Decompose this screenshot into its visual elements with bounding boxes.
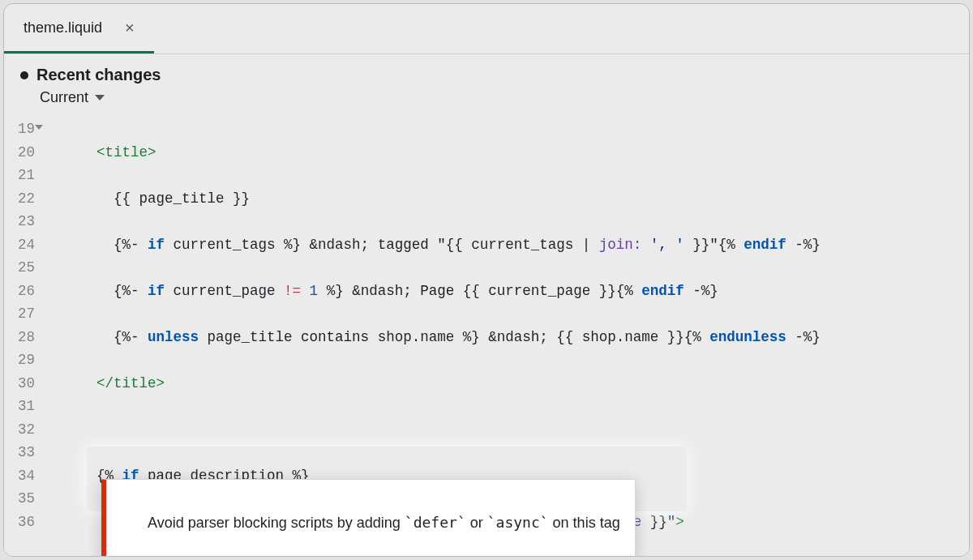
code-line[interactable]: <title> xyxy=(62,141,969,165)
close-icon[interactable]: × xyxy=(125,19,135,37)
version-selector[interactable]: Current xyxy=(20,84,953,109)
code-line[interactable]: {{ page_title }} xyxy=(62,187,969,211)
code-area[interactable]: <title> {{ page_title }} {%- if current_… xyxy=(41,118,969,556)
tooltip-code: `async` xyxy=(487,514,549,531)
recent-changes-text: Recent changes xyxy=(36,66,161,84)
line-number: 25 xyxy=(4,256,35,280)
lint-tooltip: Avoid parser blocking scripts by adding … xyxy=(101,479,636,556)
version-label: Current xyxy=(40,89,88,106)
line-number: 20 xyxy=(4,141,35,165)
line-number: 35 xyxy=(4,487,35,511)
code-line[interactable]: </title> xyxy=(62,372,969,395)
tab-theme-liquid[interactable]: theme.liquid × xyxy=(4,4,154,53)
code-line[interactable]: {%- unless page_title contains shop.name… xyxy=(62,326,969,349)
chevron-down-icon xyxy=(95,95,105,100)
line-number: 36 xyxy=(4,511,35,534)
line-number: 21 xyxy=(4,164,35,187)
tab-bar: theme.liquid × xyxy=(4,4,969,54)
tooltip-code: `defer` xyxy=(405,514,466,531)
line-number: 27 xyxy=(4,302,35,326)
editor-frame: theme.liquid × Recent changes Current 19… xyxy=(3,3,970,557)
line-number: 24 xyxy=(4,233,35,257)
tooltip-text: Avoid parser blocking scripts by adding xyxy=(148,515,405,531)
tooltip-text: on this tag xyxy=(549,515,620,531)
line-number: 34 xyxy=(4,464,35,488)
code-editor[interactable]: 19 20 21 22 23 24 25 26 27 28 29 30 31 3… xyxy=(4,118,969,556)
unsaved-dot-icon xyxy=(20,71,28,79)
line-number: 31 xyxy=(4,395,35,418)
line-number-gutter: 19 20 21 22 23 24 25 26 27 28 29 30 31 3… xyxy=(4,118,41,556)
line-number: 32 xyxy=(4,418,35,442)
line-number: 22 xyxy=(4,187,35,211)
line-number: 19 xyxy=(4,118,35,141)
line-number: 33 xyxy=(4,441,35,464)
code-line[interactable]: {%- if current_page != 1 %} &ndash; Page… xyxy=(62,280,969,303)
line-number: 30 xyxy=(4,372,35,395)
line-number: 28 xyxy=(4,326,35,349)
tooltip-text: or xyxy=(466,515,487,531)
subheader: Recent changes Current xyxy=(4,54,969,118)
code-line[interactable]: {%- if current_tags %} &ndash; tagged "{… xyxy=(62,233,969,257)
tab-label: theme.liquid xyxy=(24,19,102,36)
line-number: 23 xyxy=(4,210,35,233)
line-number: 29 xyxy=(4,348,35,372)
recent-changes-label: Recent changes xyxy=(20,66,953,84)
line-number: 26 xyxy=(4,280,35,303)
code-line[interactable] xyxy=(62,418,969,442)
